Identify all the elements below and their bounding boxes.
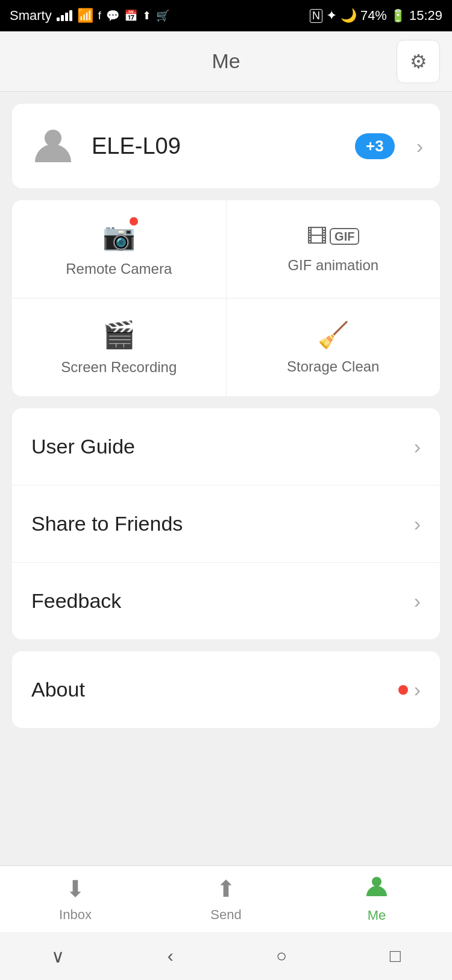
inbox-label: Inbox [59, 907, 92, 923]
storage-clean-label: Storage Clean [287, 358, 379, 375]
remote-camera-label: Remote Camera [66, 261, 172, 277]
share-friends-label: Share to Friends [31, 512, 183, 536]
user-guide-label: User Guide [31, 435, 135, 458]
me-label: Me [368, 908, 386, 923]
feedback-item[interactable]: Feedback › [12, 563, 440, 639]
gif-animation-cell[interactable]: 🎞 GIF GIF animation [226, 200, 441, 298]
wifi-icon: 📶 [77, 8, 93, 24]
svg-point-0 [45, 130, 61, 147]
video-icon: 🎬 [102, 319, 136, 350]
tools-grid: 📷 Remote Camera 🎞 GIF GIF animation 🎬 Sc… [12, 200, 440, 396]
back-button[interactable]: ‹ [168, 946, 174, 966]
feedback-right: › [414, 589, 421, 613]
moon-icon: 🌙 [341, 8, 357, 24]
inbox-icon: ⬇ [66, 876, 85, 902]
recording-indicator [130, 217, 138, 226]
about-card: About › [12, 651, 440, 728]
about-chevron-icon: › [414, 678, 421, 701]
camera-icon: 📷 [102, 221, 136, 252]
about-notification-dot [398, 685, 408, 695]
storage-clean-cell[interactable]: 🧹 Storage Clean [226, 299, 441, 396]
profile-chevron-icon: › [416, 134, 423, 158]
me-icon [365, 874, 388, 903]
send-icon: ⬆ [216, 876, 236, 902]
profile-card[interactable]: ELE-L09 +3 › [12, 104, 440, 188]
gear-icon: ⚙ [410, 50, 427, 73]
whatsapp-icon: 💬 [106, 9, 119, 22]
carrier-label: Smarty [10, 8, 52, 24]
share-friends-right: › [414, 512, 421, 536]
settings-button[interactable]: ⚙ [397, 40, 440, 83]
page-title: Me [212, 49, 240, 73]
menu-card: User Guide › Share to Friends › Feedback… [12, 408, 440, 639]
about-right: › [398, 678, 421, 701]
gif-icon-wrapper: 🎞 GIF [307, 225, 359, 248]
home-button[interactable]: ○ [276, 946, 287, 966]
user-guide-right: › [414, 435, 421, 458]
bluetooth-icon: ✦ [326, 8, 337, 24]
about-label: About [31, 678, 85, 701]
share-friends-chevron-icon: › [414, 512, 421, 536]
grid-row-1: 📷 Remote Camera 🎞 GIF GIF animation [12, 200, 440, 298]
user-guide-item[interactable]: User Guide › [12, 408, 440, 485]
gif-frame-icon: 🎞 [307, 225, 327, 248]
aldi-icon: 🛒 [156, 9, 169, 22]
status-bar: Smarty 📶 f 💬 📅 ⬆ 🛒 N ✦ 🌙 74% 🔋 15:29 [0, 0, 452, 31]
gif-badge: GIF [330, 228, 359, 245]
send-label: Send [210, 907, 241, 923]
signal-icon [57, 10, 72, 21]
recent-button[interactable]: □ [390, 946, 401, 966]
avatar [29, 122, 77, 170]
feedback-chevron-icon: › [414, 589, 421, 613]
screen-recording-label: Screen Recording [61, 359, 177, 376]
remote-camera-cell[interactable]: 📷 Remote Camera [12, 200, 226, 298]
nav-send[interactable]: ⬆ Send [151, 876, 301, 923]
feedback-label: Feedback [31, 589, 121, 613]
share-friends-item[interactable]: Share to Friends › [12, 485, 440, 563]
profile-name: ELE-L09 [92, 133, 341, 159]
share-icon: ⬆ [142, 9, 151, 22]
header: Me ⚙ [0, 31, 452, 92]
battery-percent: 74% [360, 8, 387, 24]
down-button[interactable]: ∨ [51, 946, 64, 967]
grid-row-2: 🎬 Screen Recording 🧹 Storage Clean [12, 298, 440, 396]
gif-animation-label: GIF animation [287, 257, 378, 274]
user-guide-chevron-icon: › [414, 435, 421, 458]
broom-icon: 🧹 [318, 320, 349, 350]
nav-inbox[interactable]: ⬇ Inbox [0, 876, 151, 923]
battery-icon: 🔋 [391, 8, 406, 23]
calendar-icon: 📅 [124, 9, 137, 22]
bottom-nav: ⬇ Inbox ⬆ Send Me [0, 865, 452, 932]
nfc-icon: N [310, 9, 322, 23]
facebook-icon: f [98, 10, 101, 22]
svg-point-1 [372, 877, 381, 887]
main-content: ELE-L09 +3 › 📷 Remote Camera 🎞 GIF GIF a… [0, 92, 452, 728]
status-right: N ✦ 🌙 74% 🔋 15:29 [310, 8, 442, 24]
nav-me[interactable]: Me [301, 874, 452, 923]
about-item[interactable]: About › [12, 651, 440, 728]
screen-recording-cell[interactable]: 🎬 Screen Recording [12, 299, 226, 396]
system-nav: ∨ ‹ ○ □ [0, 932, 452, 980]
profile-badge: +3 [355, 133, 395, 159]
status-left: Smarty 📶 f 💬 📅 ⬆ 🛒 [10, 8, 169, 24]
time-label: 15:29 [409, 8, 442, 24]
